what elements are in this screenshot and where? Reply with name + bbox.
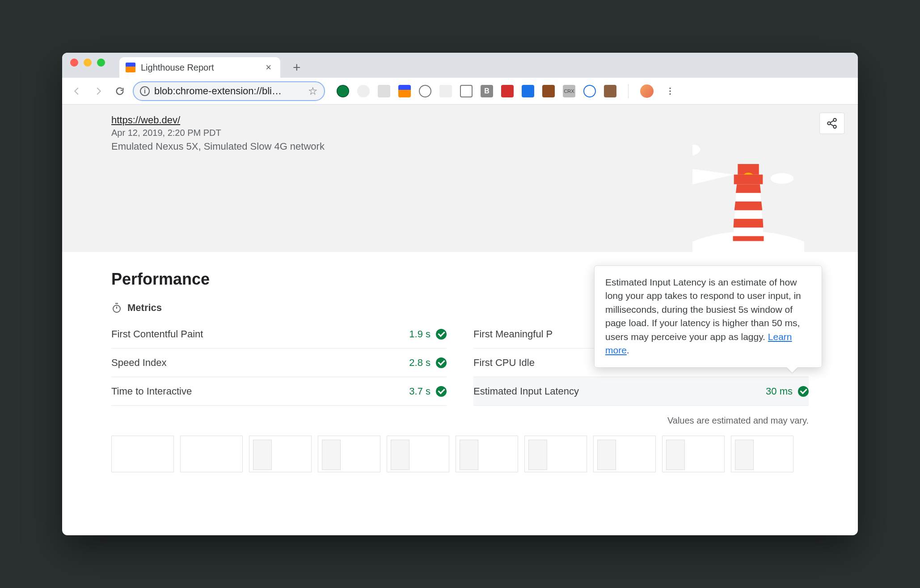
crx-extension-icon[interactable]: CRX	[563, 85, 575, 97]
metrics-heading-text: Metrics	[127, 302, 162, 314]
extension-icon[interactable]	[501, 85, 514, 97]
metric-label: First Contentful Paint	[111, 328, 203, 340]
profile-avatar[interactable]	[640, 84, 654, 98]
maximize-window-button[interactable]	[97, 59, 105, 67]
svg-point-1	[669, 90, 671, 92]
svg-point-0	[669, 87, 671, 88]
svg-point-4	[692, 145, 700, 156]
tab-title: Lighthouse Report	[141, 63, 257, 73]
metric-label: Time to Interactive	[111, 386, 192, 397]
metric-tooltip: Estimated Input Latency is an estimate o…	[594, 265, 822, 368]
filmstrip-frame	[731, 436, 793, 472]
filmstrip-frame	[318, 436, 380, 472]
extension-icon[interactable]	[460, 85, 473, 97]
pass-check-icon	[436, 386, 447, 397]
filmstrip-frame	[662, 436, 725, 472]
extension-icon[interactable]	[604, 85, 616, 97]
extension-icon[interactable]	[337, 85, 349, 97]
svg-marker-14	[692, 164, 734, 193]
report-url-link[interactable]: https://web.dev/	[111, 114, 180, 126]
forward-button[interactable]	[90, 83, 107, 100]
back-button[interactable]	[68, 83, 85, 100]
url-text: blob:chrome-extension://bli…	[154, 85, 304, 97]
svg-marker-13	[733, 236, 764, 241]
new-tab-button[interactable]: +	[286, 60, 308, 78]
filmstrip-frame	[387, 436, 449, 472]
extension-icon[interactable]	[419, 85, 431, 97]
svg-marker-10	[736, 184, 761, 193]
window-titlebar: Lighthouse Report × +	[62, 53, 858, 78]
address-bar[interactable]: i blob:chrome-extension://bli… ☆	[133, 81, 325, 101]
pass-check-icon	[436, 357, 447, 368]
svg-point-5	[771, 173, 794, 184]
extension-icon[interactable]: B	[481, 85, 493, 97]
toolbar-divider	[628, 84, 629, 98]
page-viewport: https://web.dev/ Apr 12, 2019, 2:20 PM P…	[62, 105, 858, 535]
svg-marker-11	[734, 202, 762, 210]
close-window-button[interactable]	[70, 59, 78, 67]
metric-row-eil[interactable]: Estimated Input Latency 30 ms	[473, 377, 809, 406]
pass-check-icon	[798, 386, 809, 397]
metric-value: 2.8 s	[409, 357, 430, 369]
reload-button[interactable]	[111, 83, 128, 100]
metric-label: First CPU Idle	[473, 357, 535, 369]
filmstrip-frame	[593, 436, 656, 472]
window-controls	[70, 53, 105, 78]
lighthouse-favicon-icon	[126, 63, 135, 72]
share-button[interactable]	[819, 113, 844, 134]
lighthouse-illustration-icon	[692, 145, 804, 252]
metric-label: Speed Index	[111, 357, 167, 369]
metric-label: Estimated Input Latency	[473, 386, 579, 397]
extension-icon[interactable]	[357, 85, 370, 97]
svg-point-2	[669, 93, 671, 94]
share-icon	[826, 118, 838, 129]
minimize-window-button[interactable]	[84, 59, 92, 67]
metric-row-tti[interactable]: Time to Interactive 3.7 s	[111, 377, 447, 406]
metric-value: 30 ms	[766, 386, 793, 397]
extension-icon[interactable]	[583, 85, 596, 97]
report-timestamp: Apr 12, 2019, 2:20 PM PDT	[111, 128, 844, 138]
metric-label: First Meaningful P	[473, 328, 553, 340]
close-tab-button[interactable]: ×	[263, 62, 274, 73]
browser-menu-button[interactable]	[662, 83, 679, 100]
filmstrip-frame	[111, 436, 174, 472]
site-info-icon[interactable]: i	[140, 86, 150, 96]
extension-icon[interactable]	[522, 85, 534, 97]
report-header: https://web.dev/ Apr 12, 2019, 2:20 PM P…	[62, 105, 858, 252]
svg-rect-8	[734, 175, 763, 185]
browser-tab[interactable]: Lighthouse Report ×	[119, 57, 280, 78]
svg-marker-12	[734, 219, 764, 227]
filmstrip-frame	[524, 436, 587, 472]
extension-icons: B CRX	[337, 83, 679, 100]
bookmark-star-icon[interactable]: ☆	[308, 85, 318, 97]
extension-icon[interactable]	[542, 85, 555, 97]
filmstrip	[111, 436, 809, 472]
browser-window: Lighthouse Report × + i blob:chrome-exte…	[62, 53, 858, 535]
lighthouse-extension-icon[interactable]	[398, 85, 411, 97]
pass-check-icon	[436, 329, 447, 340]
stopwatch-icon	[111, 302, 122, 313]
browser-toolbar: i blob:chrome-extension://bli… ☆ B CRX	[62, 78, 858, 105]
extension-icon[interactable]	[439, 85, 452, 97]
filmstrip-frame	[456, 436, 518, 472]
metric-value: 1.9 s	[409, 328, 430, 340]
metric-row-si[interactable]: Speed Index 2.8 s	[111, 349, 447, 377]
metric-value: 3.7 s	[409, 386, 430, 397]
metrics-footnote: Values are estimated and may vary.	[111, 416, 809, 426]
filmstrip-frame	[180, 436, 243, 472]
metric-row-fcp[interactable]: First Contentful Paint 1.9 s	[111, 320, 447, 349]
extension-icon[interactable]	[378, 85, 390, 97]
filmstrip-frame	[249, 436, 312, 472]
